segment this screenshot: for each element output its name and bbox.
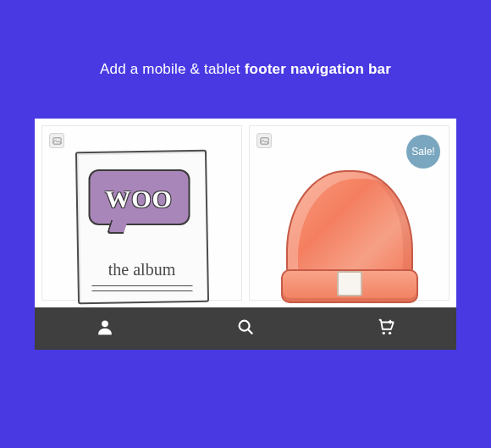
svg-point-6 <box>389 332 391 335</box>
image-placeholder-icon <box>49 133 64 148</box>
mobile-preview-frame: WOO the album Sale! <box>35 119 456 350</box>
headline-prefix: Add a mobile & tablet <box>100 61 245 77</box>
speech-text: WOO <box>90 171 188 227</box>
account-icon <box>96 318 114 340</box>
svg-line-4 <box>248 329 252 334</box>
footer-navigation-bar <box>35 307 456 350</box>
headline-bold: footer navigation bar <box>245 61 391 77</box>
product-card-beanie[interactable]: Sale! <box>249 125 450 301</box>
speech-bubble: WOO <box>88 169 190 225</box>
svg-point-3 <box>240 321 250 331</box>
product-card-album[interactable]: WOO the album <box>41 125 242 301</box>
nav-search[interactable] <box>175 307 316 350</box>
promo-headline: Add a mobile & tablet footer navigation … <box>100 61 391 78</box>
product-grid: WOO the album Sale! <box>35 119 456 307</box>
nav-cart[interactable] <box>316 307 456 350</box>
album-illustration: WOO the album <box>76 151 207 303</box>
image-placeholder-icon <box>257 133 272 148</box>
search-icon <box>236 318 255 340</box>
svg-point-5 <box>383 332 385 335</box>
nav-account[interactable] <box>35 307 175 350</box>
beanie-illustration <box>278 160 422 308</box>
svg-point-2 <box>102 320 108 327</box>
cart-icon <box>377 318 395 340</box>
album-caption: the album <box>76 260 207 279</box>
sale-badge-text: Sale! <box>411 146 434 158</box>
